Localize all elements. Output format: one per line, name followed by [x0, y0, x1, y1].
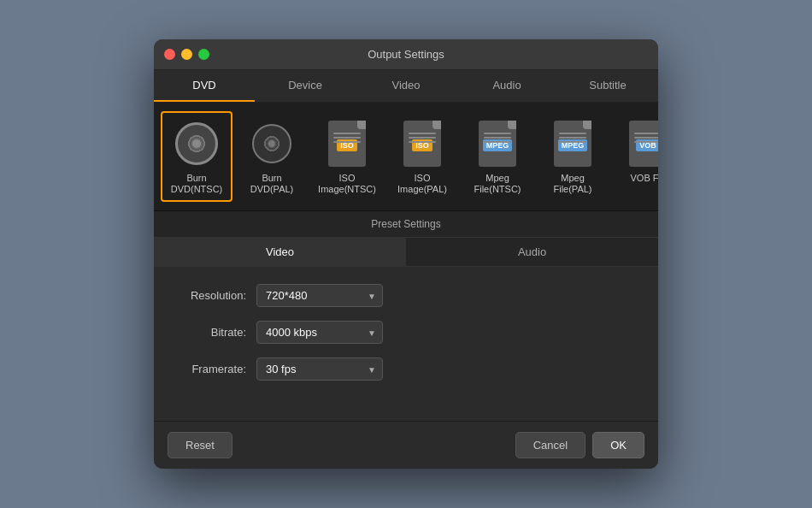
- bitrate-label: Bitrate:: [179, 326, 256, 339]
- format-mpeg-pal-label: Mpeg File(PAL): [542, 173, 603, 195]
- window-title: Output Settings: [368, 48, 444, 61]
- bitrate-select[interactable]: 4000 kbps 6000 kbps 8000 kbps 9000 kbps: [256, 321, 383, 344]
- format-iso-pal-label: ISO Image(PAL): [391, 173, 453, 195]
- tab-video[interactable]: Video: [356, 70, 456, 102]
- format-mpeg-ntsc-label: Mpeg File(NTSC): [467, 173, 528, 195]
- tab-dvd[interactable]: DVD: [154, 70, 255, 102]
- output-settings-window: Output Settings DVD Device Video Audio S…: [154, 39, 658, 469]
- preset-header: Preset Settings: [154, 211, 658, 238]
- bitrate-row: Bitrate: 4000 kbps 6000 kbps 8000 kbps 9…: [179, 321, 633, 344]
- top-tab-bar: DVD Device Video Audio Subtitle: [154, 70, 658, 103]
- close-button[interactable]: [164, 49, 175, 60]
- resolution-row: Resolution: 720*480 720*576 1280*720 192…: [179, 284, 633, 307]
- format-vob-label: VOB F...: [631, 173, 658, 184]
- format-vob[interactable]: VOB VOB F...: [612, 111, 658, 202]
- sub-tab-audio[interactable]: Audio: [406, 238, 658, 266]
- tab-device[interactable]: Device: [255, 70, 356, 102]
- reset-button[interactable]: Reset: [168, 432, 232, 458]
- resolution-select-wrapper: 720*480 720*576 1280*720 1920*1080: [256, 284, 383, 307]
- mpeg-pal-icon: MPEG: [550, 118, 595, 169]
- iso-pal-icon: ISO: [400, 118, 444, 169]
- mpeg-ntsc-icon: MPEG: [475, 118, 520, 169]
- resolution-label: Resolution:: [179, 289, 256, 302]
- format-iso-ntsc[interactable]: ISO ISO Image(NTSC): [311, 111, 383, 202]
- minimize-button[interactable]: [181, 49, 192, 60]
- framerate-label: Framerate:: [179, 363, 256, 375]
- cancel-button[interactable]: Cancel: [515, 432, 585, 458]
- format-burn-dvd-ntsc-label: Burn DVD(NTSC): [166, 173, 227, 195]
- bottom-bar: Reset Cancel OK: [154, 421, 658, 469]
- settings-panel: Resolution: 720*480 720*576 1280*720 192…: [154, 267, 658, 421]
- right-buttons: Cancel OK: [515, 432, 644, 458]
- format-iso-ntsc-label: ISO Image(NTSC): [316, 173, 378, 195]
- sub-tab-video[interactable]: Video: [154, 238, 406, 266]
- tab-subtitle[interactable]: Subtitle: [557, 70, 658, 102]
- format-burn-dvd-ntsc[interactable]: Burn DVD(NTSC): [161, 111, 232, 202]
- ok-button[interactable]: OK: [592, 432, 644, 458]
- format-burn-dvd-pal[interactable]: Burn DVD(PAL): [236, 111, 308, 202]
- format-selector: Burn DVD(NTSC) Burn DVD(PAL) ISO: [154, 103, 658, 211]
- titlebar: Output Settings: [154, 39, 658, 70]
- format-mpeg-pal[interactable]: MPEG Mpeg File(PAL): [537, 111, 609, 202]
- dvd-disc-pal-icon: [250, 118, 294, 169]
- window-controls: [164, 49, 209, 60]
- bitrate-select-wrapper: 4000 kbps 6000 kbps 8000 kbps 9000 kbps: [256, 321, 383, 344]
- sub-tab-bar: Video Audio: [154, 238, 658, 267]
- vob-icon: VOB: [626, 118, 658, 169]
- maximize-button[interactable]: [198, 49, 209, 60]
- format-iso-pal[interactable]: ISO ISO Image(PAL): [386, 111, 458, 202]
- tab-audio[interactable]: Audio: [456, 70, 557, 102]
- framerate-select-wrapper: 30 fps 25 fps 24 fps 29.97 fps: [256, 357, 383, 381]
- framerate-row: Framerate: 30 fps 25 fps 24 fps 29.97 fp…: [179, 357, 633, 381]
- format-burn-dvd-pal-label: Burn DVD(PAL): [241, 173, 303, 195]
- iso-ntsc-icon: ISO: [325, 118, 369, 169]
- framerate-select[interactable]: 30 fps 25 fps 24 fps 29.97 fps: [256, 357, 383, 381]
- dvd-disc-ntsc-icon: [174, 118, 219, 169]
- resolution-select[interactable]: 720*480 720*576 1280*720 1920*1080: [256, 284, 383, 307]
- format-mpeg-ntsc[interactable]: MPEG Mpeg File(NTSC): [462, 111, 533, 202]
